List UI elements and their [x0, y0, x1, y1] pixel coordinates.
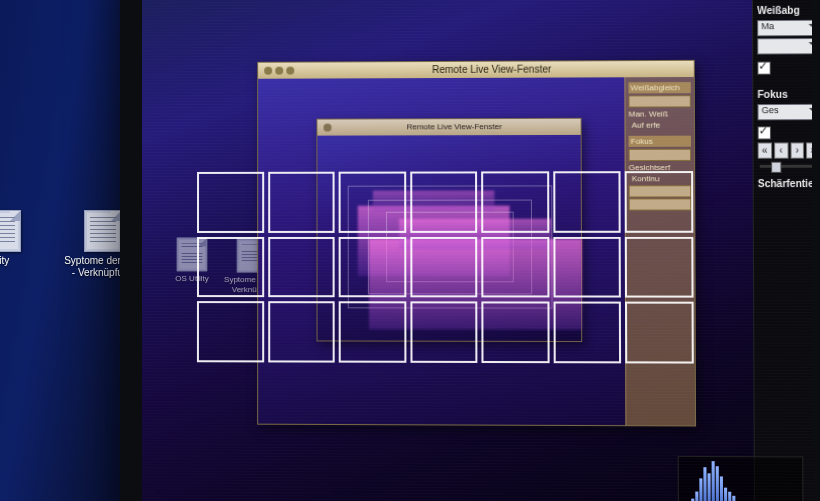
- af-point[interactable]: [197, 237, 264, 298]
- af-point[interactable]: [553, 171, 621, 232]
- af-point[interactable]: [410, 302, 478, 363]
- af-point[interactable]: [339, 302, 406, 363]
- af-point[interactable]: [625, 236, 693, 297]
- inner-dropdown[interactable]: [628, 95, 690, 107]
- af-point[interactable]: [482, 302, 550, 363]
- af-point[interactable]: [197, 301, 264, 362]
- af-point[interactable]: [339, 172, 406, 233]
- focus-slider[interactable]: [760, 165, 814, 168]
- af-point[interactable]: [482, 237, 550, 298]
- inner-wb-label: Man. Weiß: [629, 109, 691, 118]
- wb-checkbox[interactable]: [757, 61, 770, 74]
- af-point[interactable]: [268, 172, 335, 233]
- af-point[interactable]: [553, 302, 621, 364]
- af-point[interactable]: [410, 171, 478, 232]
- wb-mode-value: Ma: [761, 21, 774, 31]
- focus-mode-dropdown[interactable]: Ges: [757, 103, 813, 119]
- continuous-af-checkbox[interactable]: [758, 126, 771, 139]
- wb-section-label: Weißabg: [757, 5, 814, 16]
- af-point[interactable]: [625, 302, 693, 364]
- app-icon: [0, 210, 21, 252]
- focus-far-fine-button[interactable]: ‹: [774, 143, 788, 159]
- wb-mode-dropdown[interactable]: Ma: [757, 20, 814, 37]
- traffic-light-icon: [286, 67, 294, 75]
- inner-dropdown[interactable]: [629, 149, 691, 161]
- control-panel: Live Weißabg Ma Fokus Ges « ‹ › » Schärf…: [752, 0, 814, 501]
- af-point[interactable]: [197, 172, 264, 233]
- focus-mode-value: Ges: [762, 105, 779, 115]
- inner-checkbox-label: Auf erfe: [632, 121, 661, 130]
- af-point[interactable]: [481, 171, 549, 232]
- af-point[interactable]: [553, 237, 621, 298]
- focus-near-coarse-button[interactable]: »: [806, 143, 814, 159]
- window-title: Remote Live View-Fenster: [297, 61, 687, 79]
- af-point[interactable]: [268, 301, 335, 362]
- af-point[interactable]: [268, 237, 335, 298]
- af-point[interactable]: [339, 237, 406, 298]
- monitor-screen: Live Weißabg Ma Fokus Ges « ‹ › » Schärf…: [142, 0, 814, 501]
- af-point[interactable]: [410, 237, 478, 298]
- inner-focus-header: Fokus: [629, 136, 691, 147]
- icon-label: ility: [0, 255, 9, 266]
- traffic-light-icon: [323, 124, 331, 132]
- wb-dropdown-2[interactable]: [757, 38, 814, 54]
- desktop-icon[interactable]: ility: [0, 210, 32, 267]
- shortcut-icon: [84, 210, 122, 252]
- dof-section-label: Schärfentiefen: [758, 178, 814, 189]
- window-titlebar: Remote Live View-Fenster: [317, 119, 580, 136]
- traffic-light-icon: [264, 67, 272, 75]
- focus-section-label: Fokus: [757, 88, 813, 99]
- inner-wb-header: Weißabgleich: [628, 82, 690, 93]
- traffic-light-icon: [275, 67, 283, 75]
- histogram-bars: [683, 461, 798, 501]
- window-titlebar[interactable]: Remote Live View-Fenster: [258, 61, 694, 79]
- monitor-bezel: Live Weißabg Ma Fokus Ges « ‹ › » Schärf…: [120, 0, 820, 501]
- histogram: [678, 456, 804, 501]
- focus-arrows: « ‹ › »: [758, 143, 814, 159]
- focus-near-fine-button[interactable]: ›: [790, 143, 804, 159]
- af-point-grid[interactable]: [197, 171, 694, 364]
- photo-scene: ility Syptome der Text - Verknüpfung Liv…: [0, 0, 820, 501]
- window-title: Remote Live View-Fenster: [335, 119, 575, 136]
- focus-far-coarse-button[interactable]: «: [758, 143, 772, 159]
- af-point[interactable]: [625, 171, 693, 232]
